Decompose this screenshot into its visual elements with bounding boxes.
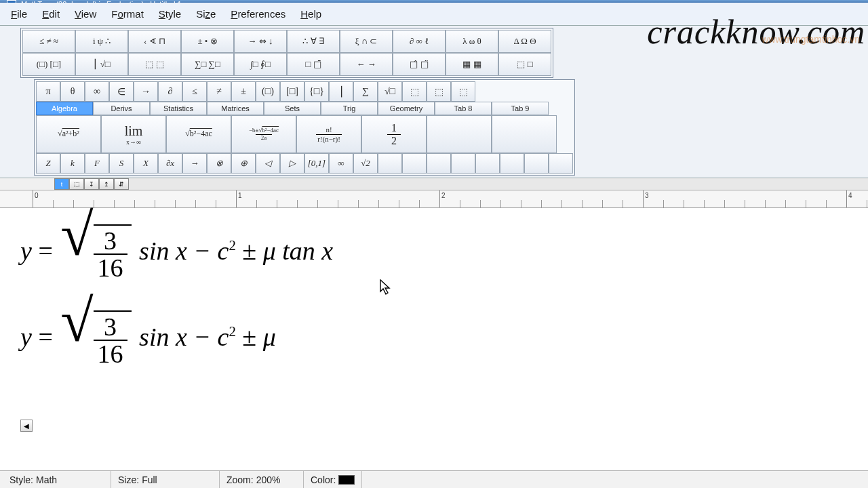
tb2-cell-4[interactable]: ∫□ ∮□ xyxy=(234,53,287,76)
template-cell-4[interactable]: n!r!(n−r)! xyxy=(296,115,361,153)
tb1-cell-8[interactable]: λ ω θ xyxy=(446,30,498,53)
tb3-cell-13[interactable]: ∑ xyxy=(353,81,378,102)
tb1-cell-9[interactable]: Δ Ω Θ xyxy=(498,30,551,53)
tab-mini-2[interactable]: ⬚ xyxy=(69,178,84,190)
tb1-cell-0[interactable]: ≤ ≠ ≈ xyxy=(22,30,75,53)
tb3-cell-6[interactable]: ≤ xyxy=(182,81,207,102)
extra-cell-19[interactable] xyxy=(500,153,524,174)
template-cell-1[interactable]: limx→∞ xyxy=(101,115,166,153)
tb2-cell-2[interactable]: ⬚ ⬚ xyxy=(128,53,181,76)
tb3-cell-11[interactable]: {□} xyxy=(304,81,329,102)
palette-tab-matrices[interactable]: Matrices xyxy=(207,102,264,115)
tb1-cell-6[interactable]: ξ ∩ ⊂ xyxy=(340,30,393,53)
extra-cell-1[interactable]: k xyxy=(60,153,85,174)
menu-size[interactable]: Size xyxy=(189,5,222,22)
ruler[interactable]: 01234 xyxy=(0,190,868,208)
ruler-minor xyxy=(256,200,257,208)
extra-cell-7[interactable]: ⊗ xyxy=(207,153,231,174)
extra-cell-17[interactable] xyxy=(451,153,475,174)
radical-icon: √ xyxy=(60,304,93,340)
tb3-cell-14[interactable]: √□ xyxy=(378,81,402,102)
menu-preferences[interactable]: Preferences xyxy=(224,5,292,22)
status-color: Color: xyxy=(304,471,362,488)
extra-cell-11[interactable]: [0,1] xyxy=(304,153,329,174)
template-cell-7[interactable] xyxy=(492,115,557,153)
tb2-cell-8[interactable]: ▦ ▦ xyxy=(446,53,498,76)
template-cell-0[interactable]: √a²+b² xyxy=(36,115,101,153)
palette-tab-tab-8[interactable]: Tab 8 xyxy=(435,102,492,115)
ruler-minor xyxy=(175,200,176,208)
palette-tab-algebra[interactable]: Algebra xyxy=(36,102,93,115)
extra-cell-5[interactable]: ∂x xyxy=(158,153,182,174)
extra-cell-2[interactable]: F xyxy=(85,153,109,174)
palette-tab-geometry[interactable]: Geometry xyxy=(378,102,435,115)
menu-edit[interactable]: Edit xyxy=(35,5,66,22)
tb3-cell-0[interactable]: π xyxy=(36,81,60,102)
tb3-cell-16[interactable]: ⬚ xyxy=(427,81,451,102)
tb3-cell-15[interactable]: ⬚ xyxy=(402,81,427,102)
extra-cell-0[interactable]: Z xyxy=(36,153,60,174)
toolbar-extra: ZkFSX∂x→⊗⊕◁▷[0,1]∞√2 xyxy=(36,153,573,174)
template-cell-2[interactable]: √b²−4ac xyxy=(166,115,231,153)
tb3-cell-1[interactable]: θ xyxy=(60,81,85,102)
palette-tab-derivs[interactable]: Derivs xyxy=(93,102,150,115)
menu-format[interactable]: Format xyxy=(104,5,151,22)
extra-cell-3[interactable]: S xyxy=(109,153,134,174)
extra-cell-6[interactable]: → xyxy=(182,153,207,174)
tb2-cell-3[interactable]: ∑□ ∑□ xyxy=(181,53,234,76)
tb2-cell-9[interactable]: ⬚ □ xyxy=(498,53,551,76)
extra-cell-12[interactable]: ∞ xyxy=(329,153,353,174)
extra-cell-13[interactable]: √2 xyxy=(353,153,378,174)
tb3-cell-12[interactable]: ⎮ xyxy=(329,81,353,102)
tb3-cell-10[interactable]: [□] xyxy=(280,81,304,102)
tb2-cell-7[interactable]: □̂ □̈ xyxy=(393,53,446,76)
menu-view[interactable]: View xyxy=(68,5,103,22)
tab-mini-3[interactable]: ↧ xyxy=(84,178,99,190)
extra-cell-21[interactable] xyxy=(549,153,573,174)
tb1-cell-1[interactable]: i ψ ∴ xyxy=(75,30,128,53)
tb3-cell-17[interactable]: ⬚ xyxy=(451,81,475,102)
tb3-cell-2[interactable]: ∞ xyxy=(85,81,109,102)
extra-cell-16[interactable] xyxy=(427,153,451,174)
tb1-cell-5[interactable]: ∴ ∀ ∃ xyxy=(287,30,340,53)
template-cell-3[interactable]: −b±√b²−4ac2a xyxy=(231,115,296,153)
extra-cell-18[interactable] xyxy=(475,153,500,174)
equation-canvas[interactable]: y = √ 3 16 sin x − c2 ± μ tan x y = √ 3 xyxy=(0,208,868,452)
tb3-cell-4[interactable]: → xyxy=(134,81,158,102)
extra-cell-10[interactable]: ▷ xyxy=(280,153,304,174)
menu-style[interactable]: Style xyxy=(152,5,188,22)
extra-cell-20[interactable] xyxy=(524,153,549,174)
tb1-cell-7[interactable]: ∂ ∞ ℓ xyxy=(393,30,446,53)
scroll-left-button[interactable]: ◀ xyxy=(20,420,33,432)
tb2-cell-5[interactable]: □ □̄ xyxy=(287,53,340,76)
menu-file[interactable]: File xyxy=(4,5,34,22)
extra-cell-9[interactable]: ◁ xyxy=(256,153,280,174)
template-cell-6[interactable] xyxy=(427,115,492,153)
palette-tab-statistics[interactable]: Statistics xyxy=(150,102,207,115)
palette-tab-tab-9[interactable]: Tab 9 xyxy=(492,102,549,115)
tb2-cell-0[interactable]: (□) [□] xyxy=(22,53,75,76)
palette-tab-trig[interactable]: Trig xyxy=(321,102,378,115)
tb3-cell-9[interactable]: (□) xyxy=(256,81,280,102)
extra-cell-4[interactable]: X xyxy=(134,153,158,174)
menu-help[interactable]: Help xyxy=(294,5,328,22)
color-swatch[interactable] xyxy=(338,475,355,485)
tab-mini-1[interactable]: t xyxy=(54,178,69,190)
palette-tab-sets[interactable]: Sets xyxy=(264,102,321,115)
tb2-cell-6[interactable]: ← → xyxy=(340,53,393,76)
tb1-cell-2[interactable]: ‹ ∢ ⊓ xyxy=(128,30,181,53)
extra-cell-14[interactable] xyxy=(378,153,402,174)
ruler-minor xyxy=(460,200,460,208)
tab-mini-4[interactable]: ↥ xyxy=(99,178,114,190)
extra-cell-8[interactable]: ⊕ xyxy=(231,153,256,174)
tab-mini-5[interactable]: ⇵ xyxy=(114,178,129,190)
template-cell-5[interactable]: 12 xyxy=(361,115,427,153)
tb1-cell-4[interactable]: → ⇔ ↓ xyxy=(234,30,287,53)
tb3-cell-8[interactable]: ± xyxy=(231,81,256,102)
extra-cell-15[interactable] xyxy=(402,153,427,174)
tb1-cell-3[interactable]: ± • ⊗ xyxy=(181,30,234,53)
tb3-cell-3[interactable]: ∈ xyxy=(109,81,134,102)
tb2-cell-1[interactable]: ⎮ √□ xyxy=(75,53,128,76)
tb3-cell-7[interactable]: ≠ xyxy=(207,81,231,102)
tb3-cell-5[interactable]: ∂ xyxy=(158,81,182,102)
